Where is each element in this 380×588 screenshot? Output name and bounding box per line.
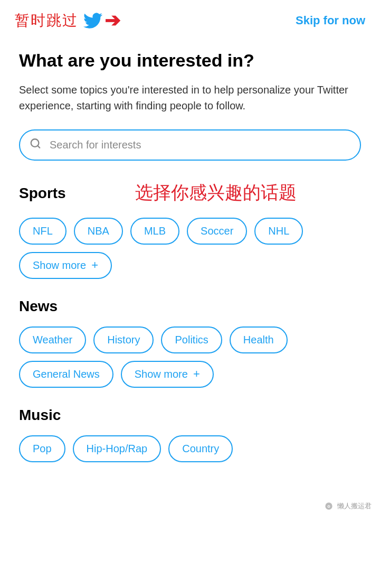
tag-health[interactable]: Health (230, 326, 288, 353)
search-icon (30, 138, 41, 152)
watermark-text: ✿ 懒人搬运君 (325, 501, 372, 511)
tag-politics[interactable]: Politics (161, 326, 222, 353)
tag-nba[interactable]: NBA (74, 218, 123, 245)
tag-soccer[interactable]: Soccer (187, 218, 247, 245)
tag-nfl[interactable]: NFL (19, 218, 66, 245)
music-tags-row: Pop Hip-Hop/Rap Country (19, 435, 361, 462)
news-tags-row: Weather History Politics Health (19, 326, 361, 353)
news-show-more-button[interactable]: Show more + (121, 361, 214, 388)
search-input[interactable] (19, 129, 361, 161)
news-section-title: News (19, 298, 361, 315)
tag-hip-hop-rap[interactable]: Hip-Hop/Rap (73, 435, 162, 462)
page-description: Select some topics you're interested in … (19, 82, 361, 114)
sports-section-title: Sports (19, 185, 66, 202)
tag-weather[interactable]: Weather (19, 326, 86, 353)
sports-show-more-row: Show more + (19, 252, 361, 279)
tag-mlb[interactable]: MLB (130, 218, 179, 245)
search-container (19, 129, 361, 161)
header-left: 暂时跳过 ➔ (15, 10, 120, 32)
arrow-container: ➔ (83, 10, 120, 32)
tag-country[interactable]: Country (168, 435, 233, 462)
svg-line-1 (37, 146, 40, 148)
music-section-title: Music (19, 407, 361, 424)
tag-general-news[interactable]: General News (19, 361, 113, 388)
chinese-annotation: 选择你感兴趣的话题 (135, 181, 297, 205)
tag-history[interactable]: History (93, 326, 154, 353)
main-content: What are you interested in? Select some … (0, 39, 380, 497)
watermark: ✿ 懒人搬运君 (0, 497, 380, 515)
red-arrow-icon: ➔ (104, 10, 120, 32)
sports-tags-row: NFL NBA MLB Soccer NHL (19, 218, 361, 245)
tag-nhl[interactable]: NHL (254, 218, 303, 245)
plus-icon: + (91, 259, 98, 271)
page-header: 暂时跳过 ➔ Skip for now (0, 0, 380, 39)
twitter-bird-icon (83, 11, 102, 30)
chinese-label: 暂时跳过 (15, 11, 78, 31)
news-show-more-label: Show more (135, 368, 188, 380)
sports-show-more-button[interactable]: Show more + (19, 252, 112, 279)
skip-for-now-link[interactable]: Skip for now (296, 14, 365, 27)
sports-section: Sports 选择你感兴趣的话题 NFL NBA MLB Soccer NHL … (19, 181, 361, 279)
music-section: Music Pop Hip-Hop/Rap Country (19, 407, 361, 462)
news-section: News Weather History Politics Health Gen… (19, 298, 361, 388)
page-title: What are you interested in? (19, 50, 361, 71)
sports-section-header: Sports 选择你感兴趣的话题 (19, 181, 361, 206)
sports-show-more-label: Show more (33, 259, 86, 272)
tag-pop[interactable]: Pop (19, 435, 65, 462)
news-plus-icon: + (193, 368, 200, 380)
svg-text:✿: ✿ (327, 505, 330, 508)
news-second-row: General News Show more + (19, 361, 361, 388)
